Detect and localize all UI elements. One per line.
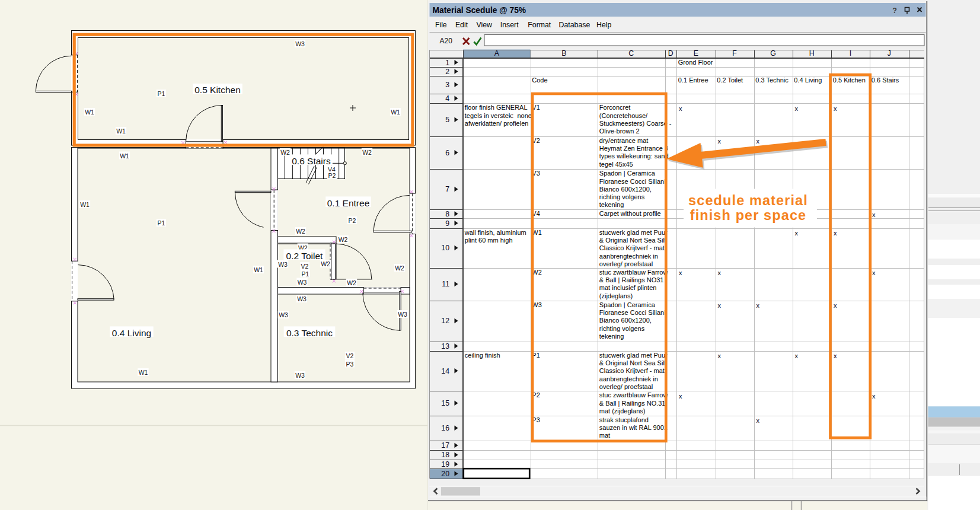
svg-text:10: 10 <box>441 244 449 252</box>
svg-text:overleg/ proefstaal: overleg/ proefstaal <box>599 260 653 267</box>
svg-text:W3: W3 <box>295 372 305 379</box>
svg-text:x: x <box>872 211 876 218</box>
svg-text:(Concretehouse/: (Concretehouse/ <box>599 112 648 119</box>
svg-text:1: 1 <box>445 59 449 67</box>
svg-text:x: x <box>834 105 837 112</box>
svg-text:wall finish, aluminium: wall finish, aluminium <box>464 229 526 236</box>
svg-text:x: x <box>834 352 837 359</box>
svg-text:0.2 Toilet: 0.2 Toilet <box>286 251 323 261</box>
svg-text:x: x <box>679 393 682 400</box>
svg-text:tekening: tekening <box>599 201 624 208</box>
svg-text:W2: W2 <box>280 149 290 156</box>
svg-text:0.3 Technic: 0.3 Technic <box>286 328 333 338</box>
svg-text:B: B <box>561 49 566 58</box>
svg-text:tegel 45x45: tegel 45x45 <box>599 161 633 168</box>
svg-text:stucwerk glad met Puur: stucwerk glad met Puur <box>599 229 668 236</box>
svg-text:0.6 Stairs: 0.6 Stairs <box>292 156 331 166</box>
svg-text:0.2 Toilet: 0.2 Toilet <box>717 76 743 84</box>
svg-text:Stuckmeesters) Coarse -: Stuckmeesters) Coarse - <box>599 120 672 127</box>
svg-text:11: 11 <box>442 280 449 288</box>
svg-text:0.4 Living: 0.4 Living <box>794 76 822 84</box>
svg-text:x: x <box>872 393 876 400</box>
svg-text:x: x <box>718 269 722 276</box>
svg-text:15: 15 <box>441 399 449 407</box>
svg-text:J: J <box>888 49 891 58</box>
svg-text:0.6 Stairs: 0.6 Stairs <box>872 76 899 84</box>
svg-text:overleg/ proefstaal: overleg/ proefstaal <box>599 383 653 390</box>
svg-text:W1: W1 <box>120 152 129 160</box>
svg-text:Olive-brown 2: Olive-brown 2 <box>599 128 640 135</box>
svg-text:E: E <box>694 49 698 58</box>
svg-text:Help: Help <box>596 21 611 29</box>
svg-text:W1: W1 <box>85 109 94 116</box>
svg-text:View: View <box>477 21 493 29</box>
svg-text:17: 17 <box>441 441 449 450</box>
svg-text:8: 8 <box>445 210 449 218</box>
svg-text:& Original Nort Sea Silt: & Original Nort Sea Silt <box>599 237 666 244</box>
svg-text:W2: W2 <box>296 228 305 235</box>
svg-text:W3: W3 <box>279 311 288 318</box>
svg-text:W2: W2 <box>347 279 356 286</box>
svg-text:F: F <box>732 49 737 58</box>
svg-text:W3: W3 <box>278 261 288 268</box>
svg-text:File: File <box>435 21 447 29</box>
svg-text:7: 7 <box>445 185 449 193</box>
svg-text:W3: W3 <box>297 295 307 302</box>
svg-text:W1: W1 <box>391 109 400 116</box>
svg-text:20: 20 <box>441 470 449 478</box>
svg-text:x: x <box>795 230 799 237</box>
svg-text:mat: mat <box>599 432 610 439</box>
svg-text:Carpet without profile: Carpet without profile <box>599 210 661 217</box>
svg-text:mat (zijdeglans): mat (zijdeglans) <box>599 407 646 415</box>
svg-text:P2: P2 <box>349 217 356 224</box>
svg-text:16: 16 <box>441 424 449 432</box>
svg-text:?: ? <box>892 7 897 15</box>
svg-text:x: x <box>834 230 837 237</box>
svg-text:P3: P3 <box>346 361 354 368</box>
svg-text:richting volgens: richting volgens <box>599 325 645 332</box>
svg-text:W2: W2 <box>321 260 330 267</box>
svg-text:C: C <box>628 49 634 58</box>
svg-text:x: x <box>756 138 760 145</box>
svg-text:ceiling finish: ceiling finish <box>465 352 500 359</box>
svg-text:Grond Floor: Grond Floor <box>678 59 713 66</box>
svg-text:x: x <box>679 105 682 112</box>
svg-text:V2: V2 <box>346 352 354 359</box>
svg-text:19: 19 <box>441 460 449 468</box>
svg-text:0.5 Kitchen: 0.5 Kitchen <box>194 85 241 95</box>
svg-text:x: x <box>679 269 682 276</box>
svg-text:A20: A20 <box>440 37 453 45</box>
svg-text:Code: Code <box>532 76 547 84</box>
svg-text:Spadon | Ceramica: Spadon | Ceramica <box>599 301 656 308</box>
svg-text:W3: W3 <box>298 279 307 286</box>
svg-text:scedule material: scedule material <box>688 193 808 208</box>
svg-text:0.1 Entree: 0.1 Entree <box>327 198 370 208</box>
svg-text:x: x <box>795 105 799 112</box>
svg-text:& Original Nort Sea Silt: & Original Nort Sea Silt <box>599 359 666 366</box>
svg-text:Forconcret: Forconcret <box>599 104 631 111</box>
svg-text:sauzen in wit RAL 9001: sauzen in wit RAL 9001 <box>599 424 668 431</box>
svg-text:x: x <box>718 138 722 145</box>
svg-text:14: 14 <box>441 367 449 375</box>
svg-text:G: G <box>770 49 776 58</box>
svg-text:Database: Database <box>559 21 590 29</box>
svg-text:2: 2 <box>445 68 449 76</box>
svg-text:stuc zwartblauw Farrow: stuc zwartblauw Farrow <box>599 391 668 399</box>
svg-text:W2: W2 <box>362 149 372 156</box>
svg-text:6: 6 <box>445 149 449 157</box>
svg-text:W1: W1 <box>254 266 263 273</box>
svg-text:Material Scedule @ 75%: Material Scedule @ 75% <box>433 6 526 15</box>
svg-text:x: x <box>718 352 722 359</box>
svg-text:W2: W2 <box>395 264 404 272</box>
svg-text:afwerklatten/ profielen: afwerklatten/ profielen <box>465 120 529 127</box>
svg-text:0.1 Entree: 0.1 Entree <box>678 76 708 84</box>
svg-text:13: 13 <box>441 342 449 350</box>
svg-text:finish per space: finish per space <box>690 208 807 223</box>
svg-text:18: 18 <box>441 451 449 459</box>
svg-text:aanbrengtechniek in: aanbrengtechniek in <box>599 375 658 383</box>
svg-text:Fioranese Cocci Siliani: Fioranese Cocci Siliani <box>599 309 666 316</box>
svg-text:& Ball | Railings NO.31: & Ball | Railings NO.31 <box>599 400 666 407</box>
svg-text:richting volgens: richting volgens <box>599 193 645 200</box>
svg-text:tekening: tekening <box>599 333 624 340</box>
svg-text:0.4 Living: 0.4 Living <box>112 328 151 338</box>
